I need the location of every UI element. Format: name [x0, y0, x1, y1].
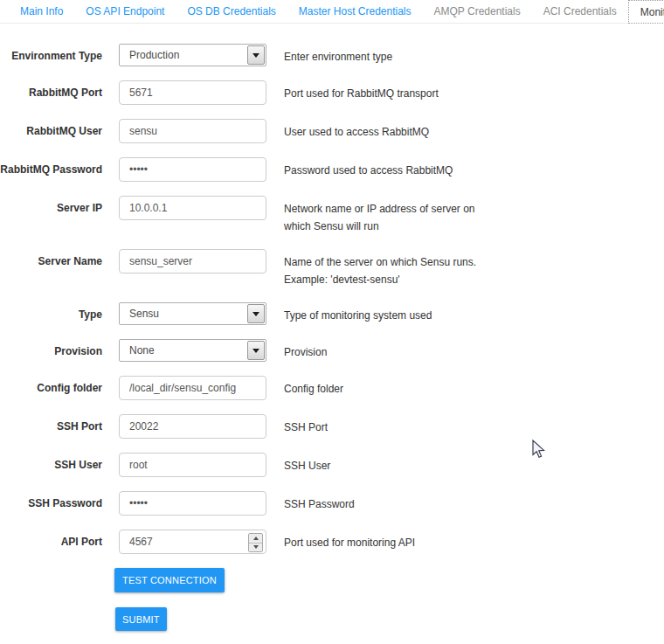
ssh-port-label: SSH Port: [0, 414, 102, 433]
api-port-input[interactable]: [119, 530, 266, 554]
rabbitmq-port-label: RabbitMQ Port: [0, 80, 102, 100]
ssh-user-input[interactable]: [119, 453, 266, 477]
tab-monitoring[interactable]: Monitoring: [628, 0, 664, 24]
provision-select-value: None: [129, 344, 155, 357]
ssh-password-control: [119, 491, 266, 516]
environment-type-control: Production: [119, 44, 266, 66]
form-row-server-ip: Server IPNetwork name or IP address of s…: [0, 196, 664, 235]
tab-master-host-credentials[interactable]: Master Host Credentials: [287, 0, 423, 23]
form-row-ssh-port: SSH PortSSH Port: [0, 414, 664, 439]
type-control: Sensu: [119, 302, 266, 325]
server-ip-control: [119, 196, 266, 220]
form-actions: TEST CONNECTION SUBMIT: [0, 568, 664, 631]
config-folder-input[interactable]: [119, 376, 266, 400]
provision-select[interactable]: None: [119, 339, 266, 362]
form-row-server-name: Server NameName of the server on which S…: [0, 249, 664, 288]
type-label: Type: [0, 302, 102, 322]
ssh-password-help-text: SSH Password: [284, 491, 495, 513]
type-help-text: Type of monitoring system used: [284, 302, 495, 324]
spinner-up-icon[interactable]: [249, 534, 262, 544]
ssh-port-control: [119, 414, 266, 439]
ssh-password-input[interactable]: [119, 491, 266, 516]
ssh-port-help-text: SSH Port: [284, 414, 495, 436]
server-ip-input[interactable]: [119, 196, 266, 220]
environment-type-label: Environment Type: [0, 44, 102, 63]
rabbitmq-port-input[interactable]: [119, 80, 266, 105]
form-row-api-port: API PortPort used for monitoring API: [0, 530, 664, 554]
rabbitmq-password-help-text: Password used to access RabbitMQ: [284, 157, 495, 179]
rabbitmq-password-input[interactable]: [119, 157, 266, 182]
rabbitmq-user-label: RabbitMQ User: [0, 119, 102, 138]
server-name-input[interactable]: [119, 249, 266, 274]
rabbitmq-user-help-text: User used to access RabbitMQ: [284, 119, 495, 141]
rabbitmq-password-control: [119, 157, 266, 182]
tab-bar: Main InfoOS API EndpointOS DB Credential…: [0, 0, 664, 24]
server-ip-help-text: Network name or IP address of server on …: [284, 196, 495, 235]
server-name-label: Server Name: [0, 249, 102, 268]
config-folder-help-text: Config folder: [284, 376, 495, 398]
environment-type-select[interactable]: Production: [119, 44, 266, 66]
environment-type-help-text: Enter environment type: [284, 44, 495, 66]
ssh-password-label: SSH Password: [0, 491, 102, 510]
tab-os-api-endpoint[interactable]: OS API Endpoint: [74, 0, 176, 23]
rabbitmq-port-control: [119, 80, 266, 105]
form-row-rabbitmq-port: RabbitMQ PortPort used for RabbitMQ tran…: [0, 80, 664, 105]
config-folder-control: [119, 376, 266, 400]
tab-amqp-credentials[interactable]: AMQP Credentials: [423, 0, 532, 23]
ssh-user-label: SSH User: [0, 453, 102, 472]
submit-button[interactable]: SUBMIT: [115, 607, 167, 631]
rabbitmq-port-help-text: Port used for RabbitMQ transport: [284, 80, 495, 102]
tab-aci-credentials[interactable]: ACI Credentials: [532, 0, 628, 23]
provision-control: None: [119, 339, 266, 362]
form-row-provision: ProvisionNoneProvision: [0, 339, 664, 362]
api-port-label: API Port: [0, 530, 102, 549]
monitoring-form: Environment TypeProductionEnter environm…: [0, 44, 664, 554]
form-row-environment-type: Environment TypeProductionEnter environm…: [0, 44, 664, 66]
provision-label: Provision: [0, 339, 102, 358]
form-row-rabbitmq-password: RabbitMQ PasswordPassword used to access…: [0, 157, 664, 182]
form-row-config-folder: Config folderConfig folder: [0, 376, 664, 400]
ssh-port-input[interactable]: [119, 414, 266, 439]
api-port-spinner: [248, 533, 263, 552]
config-folder-label: Config folder: [0, 376, 102, 395]
form-row-ssh-user: SSH UserSSH User: [0, 453, 664, 477]
api-port-help-text: Port used for monitoring API: [284, 530, 495, 551]
server-name-help-text: Name of the server on which Sensu runs. …: [284, 249, 495, 288]
rabbitmq-password-label: RabbitMQ Password: [0, 157, 102, 177]
environment-type-select-value: Production: [129, 49, 179, 61]
form-row-ssh-password: SSH PasswordSSH Password: [0, 491, 664, 516]
type-select-value: Sensu: [129, 308, 159, 320]
form-row-type: TypeSensuType of monitoring system used: [0, 302, 664, 325]
form-row-rabbitmq-user: RabbitMQ UserUser used to access RabbitM…: [0, 119, 664, 143]
server-ip-label: Server IP: [0, 196, 102, 215]
dropdown-arrow-icon[interactable]: [247, 341, 265, 360]
provision-help-text: Provision: [284, 339, 495, 361]
rabbitmq-user-control: [119, 119, 266, 143]
spinner-down-icon[interactable]: [249, 544, 262, 552]
rabbitmq-user-input[interactable]: [119, 119, 266, 143]
type-select[interactable]: Sensu: [119, 302, 266, 325]
tab-main-info[interactable]: Main Info: [9, 0, 74, 23]
server-name-control: [119, 249, 266, 274]
ssh-user-control: [119, 453, 266, 477]
api-port-control: [119, 530, 266, 554]
dropdown-arrow-icon[interactable]: [247, 304, 265, 323]
test-connection-button[interactable]: TEST CONNECTION: [114, 568, 225, 592]
ssh-user-help-text: SSH User: [284, 453, 495, 474]
tab-os-db-credentials[interactable]: OS DB Credentials: [176, 0, 287, 23]
dropdown-arrow-icon[interactable]: [247, 45, 265, 65]
